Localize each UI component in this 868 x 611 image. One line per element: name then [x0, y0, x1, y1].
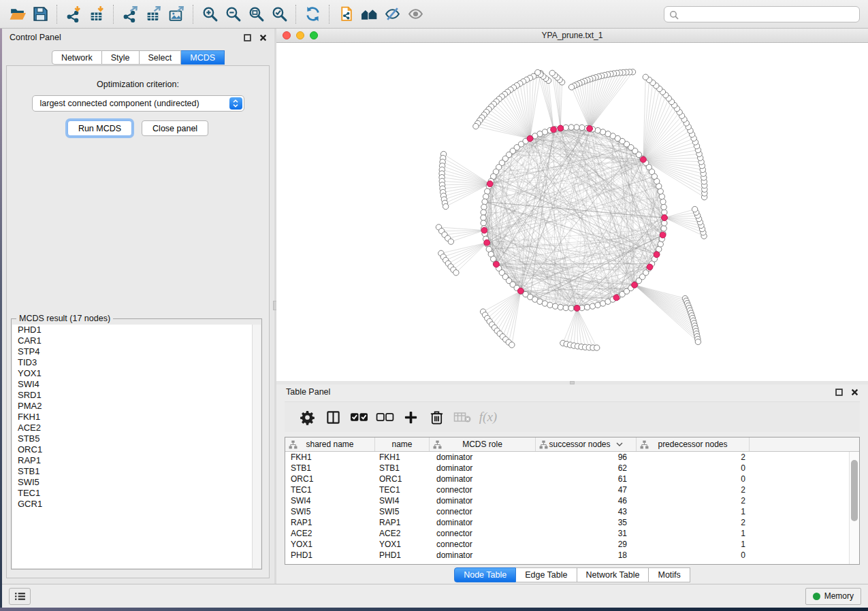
duplicate-network-button[interactable] [334, 2, 357, 27]
maximize-window-icon[interactable] [310, 31, 318, 39]
add-row-button[interactable] [398, 403, 423, 431]
close-panel-icon[interactable] [851, 389, 858, 396]
close-panel-button[interactable]: Close panel [142, 120, 208, 136]
control-panel-tab[interactable]: MCDS [181, 50, 225, 65]
mcds-result-item[interactable]: ORC1 [12, 444, 261, 455]
zoom-fit-button[interactable] [244, 2, 268, 27]
open-session-button[interactable] [5, 2, 29, 27]
mcds-result-item[interactable]: STB5 [12, 433, 261, 444]
table-row[interactable]: FKH1 FKH1 dominator 96 2 [285, 452, 849, 463]
float-panel-icon[interactable] [835, 389, 843, 396]
zoom-out-button[interactable] [221, 2, 244, 27]
network-window-titlebar[interactable]: YPA_prune.txt_1 [276, 29, 868, 43]
mcds-result-item[interactable]: GCR1 [12, 499, 261, 510]
table-row[interactable]: SWI5 SWI5 connector 43 1 [285, 506, 849, 517]
run-mcds-button[interactable]: Run MCDS [67, 120, 132, 136]
optimization-criterion-select[interactable]: largest connected component (undirected) [32, 95, 244, 112]
table-tab[interactable]: Network Table [577, 567, 649, 582]
dropdown-selected-value: largest connected component (undirected) [40, 99, 199, 108]
table-row[interactable]: PHD1 PHD1 dominator 18 0 [285, 550, 849, 561]
split-panel-button[interactable] [320, 403, 346, 431]
table-tab[interactable]: Motifs [649, 567, 690, 582]
table-column-header[interactable]: successor nodes [536, 437, 637, 451]
mcds-result-item[interactable]: RAP1 [12, 455, 261, 466]
table-row[interactable]: ORC1 ORC1 dominator 61 0 [285, 474, 849, 484]
mcds-result-item[interactable]: PMA2 [12, 401, 261, 412]
export-network-button[interactable] [118, 2, 142, 27]
save-session-button[interactable] [29, 2, 52, 27]
mcds-list-scrollbar[interactable] [252, 325, 261, 568]
mcds-result-item[interactable]: STP4 [12, 346, 261, 357]
mcds-tab-content: Optimization criterion: largest connecte… [6, 65, 270, 578]
zoom-selected-button[interactable] [268, 2, 291, 27]
table-column-header[interactable]: name [375, 437, 430, 451]
table-scrollbar[interactable] [849, 452, 859, 564]
table-column-header[interactable]: MCDS role [430, 437, 536, 451]
table-column-header[interactable]: predecessor nodes [637, 437, 750, 451]
table-panel: Table Panel f(x) [276, 384, 868, 584]
table-row[interactable]: ACE2 ACE2 connector 31 1 [285, 528, 849, 539]
deselect-all-button[interactable] [372, 403, 398, 431]
memory-status-icon [813, 593, 820, 600]
table-row[interactable]: TEC1 TEC1 connector 47 2 [285, 484, 849, 495]
table-row[interactable]: SWI4 SWI4 dominator 46 2 [285, 495, 849, 506]
float-panel-icon[interactable] [244, 34, 251, 42]
network-overview-button[interactable] [357, 2, 381, 27]
hide-graphics-details-button[interactable] [381, 2, 404, 27]
show-graphics-details-button[interactable] [404, 2, 427, 27]
table-column-header[interactable]: shared name [285, 437, 375, 451]
mcds-result-item[interactable]: FKH1 [12, 412, 261, 423]
mcds-result-item[interactable]: YOX1 [12, 368, 261, 379]
table-tab[interactable]: Node Table [454, 567, 516, 582]
table-row[interactable]: RAP1 RAP1 dominator 35 2 [285, 517, 849, 528]
refresh-view-button[interactable] [301, 2, 324, 27]
control-panel-tabs: Network Style Select MCDS [2, 50, 274, 65]
control-panel-tab[interactable]: Network [52, 50, 102, 65]
trash-icon [429, 410, 445, 425]
mcds-result-item[interactable]: ACE2 [12, 423, 261, 433]
mcds-result-item[interactable]: SWI4 [12, 379, 261, 390]
document-share-icon [338, 5, 355, 22]
cell-predecessor-nodes: 0 [637, 550, 750, 561]
close-panel-icon[interactable] [259, 34, 267, 42]
export-table-icon [145, 5, 162, 22]
search-box[interactable] [664, 6, 860, 22]
mcds-result-item[interactable]: TID3 [12, 357, 261, 368]
delete-row-button[interactable] [423, 403, 449, 431]
mcds-result-item[interactable]: STB1 [12, 466, 261, 477]
select-all-button[interactable] [346, 403, 372, 431]
mcds-result-item[interactable]: CAR1 [12, 335, 261, 346]
export-table-button[interactable] [142, 2, 165, 27]
fx-icon: f(x) [479, 410, 497, 425]
table-scrollbar-thumb[interactable] [851, 460, 858, 521]
cell-shared-name: FKH1 [285, 452, 375, 463]
table-body[interactable]: FKH1 FKH1 dominator 96 2 STB1 STB1 domin… [285, 452, 849, 564]
refresh-icon [304, 5, 321, 22]
minimize-window-icon[interactable] [296, 31, 304, 39]
eye-slash-icon [384, 5, 401, 22]
table-settings-button[interactable] [294, 403, 320, 431]
control-panel-tab[interactable]: Select [140, 50, 182, 65]
mcds-result-item[interactable]: TEC1 [12, 488, 261, 499]
import-network-button[interactable] [62, 2, 85, 27]
mcds-result-item[interactable]: PHD1 [12, 325, 261, 335]
cell-name: YOX1 [375, 539, 430, 550]
table-tab[interactable]: Edge Table [516, 567, 577, 582]
search-input[interactable] [682, 7, 855, 21]
plus-icon [403, 410, 419, 425]
cell-name: SWI5 [375, 506, 430, 517]
mcds-result-item[interactable]: SRD1 [12, 390, 261, 401]
zoom-in-button[interactable] [198, 2, 221, 27]
network-canvas[interactable] [276, 43, 868, 381]
control-panel-tab[interactable]: Style [102, 50, 140, 65]
import-table-button[interactable] [85, 2, 108, 27]
table-header-row: shared name name MCDS role su [285, 437, 859, 452]
table-row[interactable]: STB1 STB1 dominator 62 0 [285, 463, 849, 474]
table-row[interactable]: YOX1 YOX1 connector 29 1 [285, 539, 849, 550]
task-history-button[interactable] [9, 588, 31, 605]
export-image-button[interactable] [165, 2, 188, 27]
close-window-icon[interactable] [283, 31, 291, 39]
mcds-result-list[interactable]: PHD1 CAR1 STP4 TID3 YOX1 SWI4 SRD1 PMA2 … [12, 325, 261, 568]
mcds-result-item[interactable]: SWI5 [12, 477, 261, 488]
memory-button[interactable]: Memory [805, 588, 861, 605]
